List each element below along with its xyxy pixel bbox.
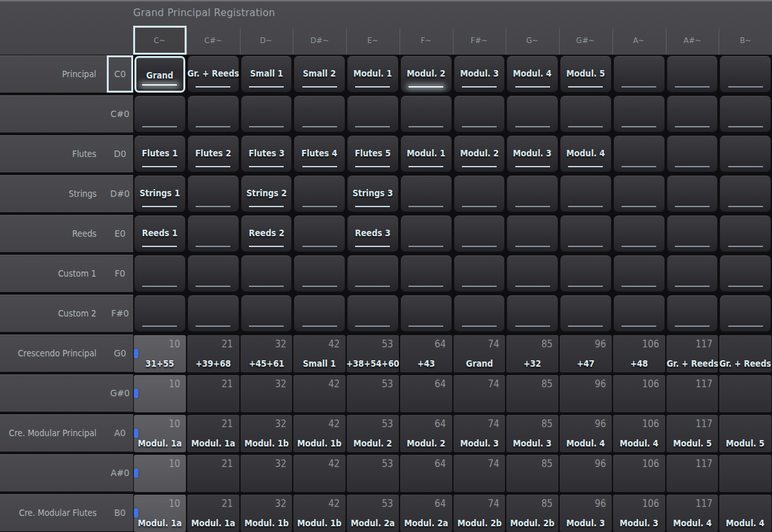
crescendo-cell[interactable]: 21Modul. 1a <box>187 415 239 452</box>
crescendo-cell[interactable]: 74Modul. 2b <box>454 495 506 532</box>
registration-button[interactable] <box>188 255 239 292</box>
crescendo-cell[interactable]: 96+47 <box>560 335 612 372</box>
registration-button[interactable] <box>454 96 505 133</box>
crescendo-cell[interactable] <box>719 375 771 412</box>
registration-button[interactable] <box>507 295 558 332</box>
registration-button[interactable] <box>241 295 292 332</box>
registration-button[interactable]: Modul. 4 <box>560 136 611 172</box>
crescendo-cell[interactable]: 42 <box>293 375 345 412</box>
registration-button[interactable] <box>507 216 558 252</box>
crescendo-cell[interactable]: 74Grand <box>454 335 506 372</box>
crescendo-cell[interactable]: 53 <box>347 375 399 412</box>
crescendo-cell[interactable]: 106 <box>613 455 665 492</box>
row-note-label[interactable]: C#0 <box>107 95 133 133</box>
crescendo-cell[interactable]: 1031+55 <box>134 335 186 372</box>
crescendo-cell[interactable]: 32Modul. 1b <box>241 495 293 532</box>
crescendo-cell[interactable]: 64 <box>400 375 452 412</box>
registration-button[interactable]: Reeds 1 <box>134 216 185 252</box>
crescendo-cell[interactable]: 74 <box>454 375 506 412</box>
registration-button[interactable] <box>401 176 452 212</box>
registration-button[interactable] <box>294 216 345 252</box>
crescendo-cell[interactable]: 106+48 <box>613 335 665 372</box>
crescendo-cell[interactable]: 10 <box>134 455 186 492</box>
registration-button[interactable] <box>347 295 398 332</box>
crescendo-cell[interactable]: 21+39+68 <box>187 335 239 372</box>
crescendo-cell[interactable]: 32+45+61 <box>241 335 293 372</box>
crescendo-cell[interactable]: 117 <box>666 375 719 412</box>
column-header[interactable]: B~ <box>719 26 772 55</box>
registration-button[interactable]: Reeds 2 <box>241 216 292 252</box>
registration-button[interactable]: Modul. 2 <box>401 56 452 93</box>
crescendo-cell[interactable]: 64+43 <box>400 335 452 372</box>
registration-button[interactable] <box>454 216 505 252</box>
crescendo-cell[interactable]: 64Modul. 2a <box>400 495 452 532</box>
registration-button[interactable] <box>560 176 611 212</box>
row-note-label[interactable]: G0 <box>107 335 133 372</box>
registration-button[interactable]: Small 2 <box>294 56 345 93</box>
registration-button[interactable] <box>241 255 292 292</box>
registration-button[interactable]: Modul. 1 <box>401 136 452 172</box>
column-header[interactable]: C#~ <box>187 26 240 55</box>
registration-button[interactable] <box>560 96 611 133</box>
crescendo-cell[interactable]: 21 <box>187 455 239 492</box>
registration-button[interactable] <box>294 255 345 292</box>
registration-button[interactable] <box>507 96 558 133</box>
registration-button[interactable]: Flutes 1 <box>134 136 185 172</box>
row-note-label[interactable]: B0 <box>107 494 133 531</box>
registration-button[interactable] <box>614 255 665 292</box>
column-header[interactable]: F#~ <box>453 26 506 55</box>
registration-button[interactable] <box>401 216 452 252</box>
column-header[interactable]: A~ <box>612 26 666 55</box>
column-header[interactable]: F~ <box>400 26 453 55</box>
column-header[interactable]: D~ <box>240 26 293 55</box>
registration-button[interactable] <box>134 255 185 292</box>
registration-button[interactable] <box>454 295 505 332</box>
registration-button[interactable] <box>134 295 185 332</box>
crescendo-cell[interactable]: 42Modul. 1b <box>293 415 345 452</box>
registration-button[interactable] <box>667 56 718 93</box>
row-note-label[interactable]: E0 <box>107 215 133 252</box>
registration-button[interactable]: Flutes 3 <box>241 136 292 172</box>
crescendo-cell[interactable]: 106Modul. 3 <box>613 495 665 532</box>
column-header[interactable]: D#~ <box>293 26 346 55</box>
crescendo-cell[interactable]: 117 <box>666 455 719 492</box>
crescendo-cell[interactable]: 117Gr. + Reeds <box>666 335 719 372</box>
crescendo-cell[interactable]: 10Modul. 1a <box>134 495 186 532</box>
crescendo-cell[interactable]: Modul. 5 <box>719 415 771 452</box>
crescendo-cell[interactable]: 117Modul. 4 <box>666 495 719 532</box>
registration-button[interactable]: Grand <box>134 56 185 93</box>
registration-button[interactable] <box>667 255 718 292</box>
registration-button[interactable] <box>401 255 452 292</box>
registration-button[interactable] <box>294 96 345 133</box>
registration-button[interactable] <box>560 295 611 332</box>
registration-button[interactable]: Flutes 5 <box>347 136 398 172</box>
registration-button[interactable]: Flutes 2 <box>188 136 239 172</box>
registration-button[interactable] <box>614 56 665 93</box>
registration-button[interactable]: Strings 2 <box>241 176 292 212</box>
registration-button[interactable] <box>401 96 452 133</box>
registration-button[interactable] <box>667 216 718 252</box>
crescendo-cell[interactable]: 85Modul. 3 <box>506 415 558 452</box>
registration-button[interactable] <box>614 176 665 212</box>
registration-button[interactable] <box>667 295 718 332</box>
crescendo-cell[interactable]: 85 <box>506 375 558 412</box>
crescendo-cell[interactable]: 53Modul. 2a <box>347 495 399 532</box>
row-note-label[interactable]: G#0 <box>107 374 133 412</box>
crescendo-cell[interactable]: 117Modul. 5 <box>666 415 719 452</box>
registration-button[interactable]: Reeds 3 <box>347 216 398 252</box>
crescendo-cell[interactable]: 96 <box>560 455 612 492</box>
registration-button[interactable] <box>294 176 345 212</box>
crescendo-cell[interactable]: 64Modul. 2 <box>400 415 452 452</box>
registration-button[interactable] <box>614 216 665 252</box>
registration-button[interactable]: Modul. 3 <box>454 56 505 93</box>
column-header[interactable]: E~ <box>346 26 400 55</box>
registration-button[interactable] <box>614 96 665 133</box>
registration-button[interactable] <box>720 176 771 212</box>
crescendo-cell[interactable]: Modul. 4 <box>719 495 771 532</box>
crescendo-cell[interactable]: 21 <box>187 375 239 412</box>
registration-button[interactable] <box>667 176 718 212</box>
crescendo-cell[interactable]: 106Modul. 4 <box>613 415 665 452</box>
crescendo-cell[interactable]: 10Modul. 1a <box>134 415 186 452</box>
row-note-label[interactable]: F0 <box>107 255 133 292</box>
registration-button[interactable]: Strings 3 <box>347 176 398 212</box>
